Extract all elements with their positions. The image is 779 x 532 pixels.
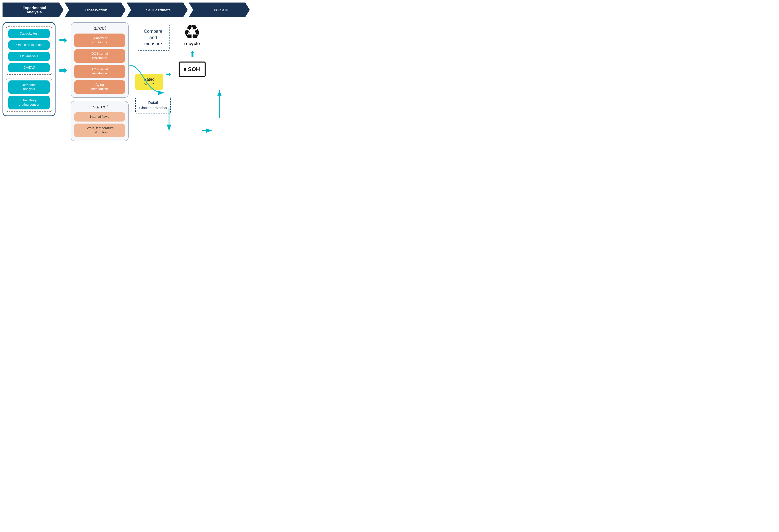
fiber-bragg-btn: Fiber Bragggrating sensor — [8, 96, 50, 110]
soh-box: SOH — [179, 62, 205, 77]
compare-row: Compareandmeasure — [133, 22, 170, 51]
center-col: direct Quantity ofCoulombs DC internalre… — [71, 22, 129, 141]
left-group-1: Capacity test Ohmic resistance EIS analy… — [6, 26, 52, 75]
ohmic-resistance-btn: Ohmic resistance — [8, 40, 50, 50]
rated-row: Ratedvalue ➡ — [133, 59, 171, 90]
ica-dva-btn: ICA/DVA — [8, 63, 50, 72]
arrow-soh-to-recycle: ➡ — [188, 51, 196, 58]
ac-internal-resistance-btn: AC internalresistance — [74, 65, 125, 78]
direct-panel: direct Quantity ofCoulombs DC internalre… — [71, 22, 129, 98]
header-arrow-experimental: Experimentalanalysis — [3, 3, 64, 17]
header-arrow-observation: Observation — [65, 3, 126, 17]
capacity-test-btn: Capacity test — [8, 29, 50, 38]
detail-char-row: DetailCharacterization — [133, 97, 171, 114]
left-group-2: Ultrasonicanalysis Fiber Bragggrating se… — [6, 78, 52, 112]
indirect-title: indirect — [74, 104, 125, 110]
diagram-wrapper: Capacity test Ohmic resistance EIS analy… — [3, 22, 250, 141]
recycle-icon: ♻ — [183, 22, 201, 42]
battery-terminal — [184, 68, 186, 71]
internal-flaws-btn: internal flaws — [74, 112, 125, 122]
left-panel: Capacity test Ohmic resistance EIS analy… — [3, 22, 56, 116]
arrow-rated-to-soh: ➡ — [166, 71, 171, 77]
quantity-coulombs-btn: Quantity ofCoulombs — [74, 34, 125, 47]
header-arrow-soh-estimate: SOH estimate — [127, 3, 188, 17]
diagram-inner: Capacity test Ohmic resistance EIS analy… — [3, 22, 250, 141]
compare-rated-col: Compareandmeasure Ratedvalue ➡ DetailCha — [133, 22, 171, 114]
recycle-container: ♻ recycle — [183, 22, 201, 46]
top-right-row: Compareandmeasure Ratedvalue ➡ DetailCha — [133, 22, 250, 114]
recycle-label: recycle — [184, 41, 200, 46]
aging-mechanism-btn: Agingmechanism — [74, 80, 125, 94]
eis-analysis-btn: EIS analysis — [8, 52, 50, 61]
left-to-center-arrows: ➡ ➡ — [58, 22, 69, 106]
rated-value-box: Ratedvalue — [135, 74, 163, 90]
detail-characterization-box: DetailCharacterization — [135, 97, 171, 114]
right-area: Compareandmeasure Ratedvalue ➡ DetailCha — [131, 22, 250, 114]
header-arrow-80soh: 80%SOH — [189, 3, 250, 17]
header-row: Experimentalanalysis Observation SOH est… — [3, 3, 250, 17]
indirect-panel: indirect internal flaws Strain, temperat… — [71, 101, 129, 141]
compare-measure-box: Compareandmeasure — [137, 25, 170, 51]
direct-title: direct — [74, 25, 125, 31]
soh-recycle-col: ♻ recycle ➡ SOH — [179, 22, 205, 77]
arrow-to-direct: ➡ — [59, 35, 67, 45]
arrow-to-indirect: ➡ — [59, 65, 67, 75]
dc-internal-resistance-btn: DC internalresistance — [74, 49, 125, 63]
ultrasonic-analysis-btn: Ultrasonicanalysis — [8, 80, 50, 94]
strain-temp-btn: Strain, temperaturedistribution — [74, 124, 125, 137]
